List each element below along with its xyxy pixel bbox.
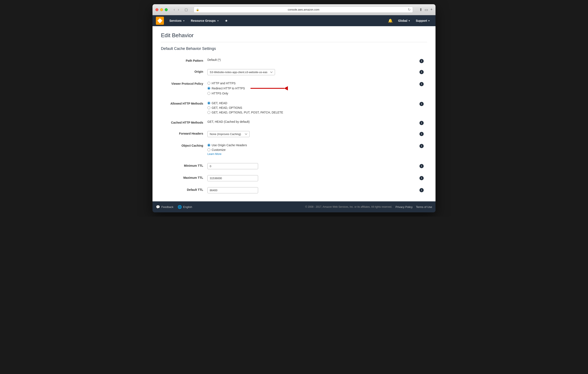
origin-select[interactable]: S3-Website-notes-app-client.s3-website-u… xyxy=(207,69,275,75)
viewer-protocol-info-icon[interactable]: i xyxy=(420,82,424,86)
min-ttl-row: Minimum TTL i xyxy=(161,161,427,171)
path-pattern-row: Path Pattern Default (*) i xyxy=(161,56,427,65)
svg-marker-0 xyxy=(157,18,162,23)
min-ttl-input[interactable] xyxy=(207,163,258,169)
services-chevron: ▼ xyxy=(183,20,185,22)
allowed-http-label: Allowed HTTP Methods xyxy=(161,99,207,116)
cached-http-value-cell: GET, HEAD (Cached by default) xyxy=(207,118,416,127)
allowed-http-option-1[interactable]: GET, HEAD xyxy=(207,101,416,105)
services-nav-item[interactable]: Services ▼ xyxy=(167,15,188,26)
traffic-lights xyxy=(156,8,168,11)
support-label: Support xyxy=(416,19,427,22)
feedback-item[interactable]: 💬 Feedback xyxy=(156,205,173,209)
global-nav-item[interactable]: Global ▼ xyxy=(396,19,412,22)
back-button[interactable]: ‹ xyxy=(172,7,176,12)
default-ttl-input[interactable] xyxy=(207,187,258,193)
object-caching-info-icon[interactable]: i xyxy=(420,144,424,148)
default-ttl-label: Default TTL xyxy=(161,185,207,195)
viewer-protocol-radio-3[interactable] xyxy=(207,92,210,95)
terms-of-use-link[interactable]: Terms of Use xyxy=(416,205,432,209)
footer: 💬 Feedback 🌐 English © 2008 - 2017, Amaz… xyxy=(152,201,436,212)
maximize-button[interactable] xyxy=(165,8,168,11)
default-ttl-info-icon[interactable]: i xyxy=(420,188,424,192)
path-pattern-info-icon[interactable]: i xyxy=(420,59,424,63)
min-ttl-info-icon[interactable]: i xyxy=(420,164,424,168)
footer-right: © 2008 - 2017, Amazon Web Services, Inc.… xyxy=(305,205,432,209)
cached-http-label: Cached HTTP Methods xyxy=(161,118,207,127)
object-caching-value-cell: Use Origin Cache Headers Customize Learn… xyxy=(207,141,416,158)
viewer-protocol-option-2[interactable]: Redirect HTTP to HTTPS xyxy=(207,86,416,90)
close-button[interactable] xyxy=(156,8,158,11)
viewer-protocol-radio-1[interactable] xyxy=(207,82,210,85)
support-nav-item[interactable]: Support ▼ xyxy=(414,19,432,22)
allowed-http-radio-1[interactable] xyxy=(207,102,210,105)
footer-left: 💬 Feedback 🌐 English xyxy=(156,205,192,209)
cached-http-row: Cached HTTP Methods GET, HEAD (Cached by… xyxy=(161,118,427,127)
object-caching-radio-group: Use Origin Cache Headers Customize xyxy=(207,143,416,151)
forward-headers-info-cell: i xyxy=(416,129,427,139)
share-button[interactable]: ⬆ xyxy=(419,7,422,12)
object-caching-label-2: Customize xyxy=(212,148,226,151)
new-tab-button[interactable]: ▭ xyxy=(425,7,428,12)
global-chevron: ▼ xyxy=(408,20,410,22)
allowed-http-radio-2[interactable] xyxy=(207,106,210,109)
cached-http-info-icon[interactable]: i xyxy=(420,121,424,125)
resource-groups-label: Resource Groups xyxy=(191,19,216,22)
allowed-http-info-icon[interactable]: i xyxy=(420,102,424,106)
viewer-protocol-radio-group: HTTP and HTTPS Redirect HTTP to HTTPS xyxy=(207,81,416,95)
feedback-label: Feedback xyxy=(161,205,173,209)
forward-headers-label: Forward Headers xyxy=(161,129,207,139)
object-caching-option-1[interactable]: Use Origin Cache Headers xyxy=(207,143,416,147)
object-caching-option-2[interactable]: Customize xyxy=(207,148,416,151)
pin-icon: ★ xyxy=(225,19,228,22)
path-pattern-label: Path Pattern xyxy=(161,56,207,65)
allowed-http-radio-3[interactable] xyxy=(207,111,210,114)
forward-headers-select[interactable]: None (Improves Caching) xyxy=(207,131,250,137)
viewer-protocol-option-1[interactable]: HTTP and HTTPS xyxy=(207,82,416,85)
url-text: console.aws.amazon.com xyxy=(200,8,407,11)
viewer-protocol-label-3: HTTPS Only xyxy=(212,92,228,95)
viewer-protocol-option-3[interactable]: HTTPS Only xyxy=(207,92,416,95)
viewer-protocol-info-cell: i xyxy=(416,79,427,97)
min-ttl-value-cell xyxy=(207,161,416,171)
address-bar[interactable]: 🔒 console.aws.amazon.com ↻ xyxy=(194,7,413,13)
default-ttl-value-cell xyxy=(207,185,416,195)
pin-nav-item[interactable]: ★ xyxy=(222,15,231,26)
language-item[interactable]: 🌐 English xyxy=(178,205,192,209)
arrow-head xyxy=(284,86,288,90)
origin-info-cell: i xyxy=(416,67,427,77)
resource-groups-nav-item[interactable]: Resource Groups ▼ xyxy=(188,15,222,26)
nav-arrows: ‹ › xyxy=(172,7,180,12)
page-title: Edit Behavior xyxy=(161,32,427,39)
max-ttl-info-icon[interactable]: i xyxy=(420,176,424,180)
allowed-http-option-2[interactable]: GET, HEAD, OPTIONS xyxy=(207,106,416,109)
globe-icon: 🌐 xyxy=(178,205,182,209)
object-caching-radio-1[interactable] xyxy=(207,144,210,147)
viewer-protocol-radio-2[interactable] xyxy=(207,87,210,90)
notifications-button[interactable]: 🔔 xyxy=(386,18,395,23)
allowed-http-row: Allowed HTTP Methods GET, HEAD GET, HEAD… xyxy=(161,99,427,116)
origin-label: Origin xyxy=(161,67,207,77)
object-caching-label-1: Use Origin Cache Headers xyxy=(212,143,247,147)
object-caching-row: Object Caching Use Origin Cache Headers … xyxy=(161,141,427,158)
main-content: Edit Behavior Default Cache Behavior Set… xyxy=(152,26,436,201)
refresh-button[interactable]: ↻ xyxy=(408,8,410,12)
feedback-icon: 💬 xyxy=(156,205,160,209)
origin-info-icon[interactable]: i xyxy=(420,70,424,74)
max-ttl-input[interactable] xyxy=(207,175,258,181)
learn-more-link[interactable]: Learn More xyxy=(207,152,221,156)
path-pattern-info-cell: i xyxy=(416,56,427,65)
forward-headers-row: Forward Headers None (Improves Caching) … xyxy=(161,129,427,139)
titlebar: ‹ › ▢ 🔒 console.aws.amazon.com ↻ ⬆ ▭ + xyxy=(152,4,436,15)
allowed-http-option-3[interactable]: GET, HEAD, OPTIONS, PUT, POST, PATCH, DE… xyxy=(207,111,416,114)
object-caching-radio-2[interactable] xyxy=(207,148,210,151)
viewer-protocol-row: Viewer Protocol Policy HTTP and HTTPS Re… xyxy=(161,79,427,97)
privacy-policy-link[interactable]: Privacy Policy xyxy=(396,205,413,209)
add-button[interactable]: + xyxy=(430,7,432,12)
services-label: Services xyxy=(169,19,182,22)
sidebar-button[interactable]: ▢ xyxy=(183,7,189,12)
aws-logo[interactable] xyxy=(156,17,164,25)
forward-button[interactable]: › xyxy=(177,7,180,12)
forward-headers-info-icon[interactable]: i xyxy=(420,132,424,136)
minimize-button[interactable] xyxy=(160,8,163,11)
